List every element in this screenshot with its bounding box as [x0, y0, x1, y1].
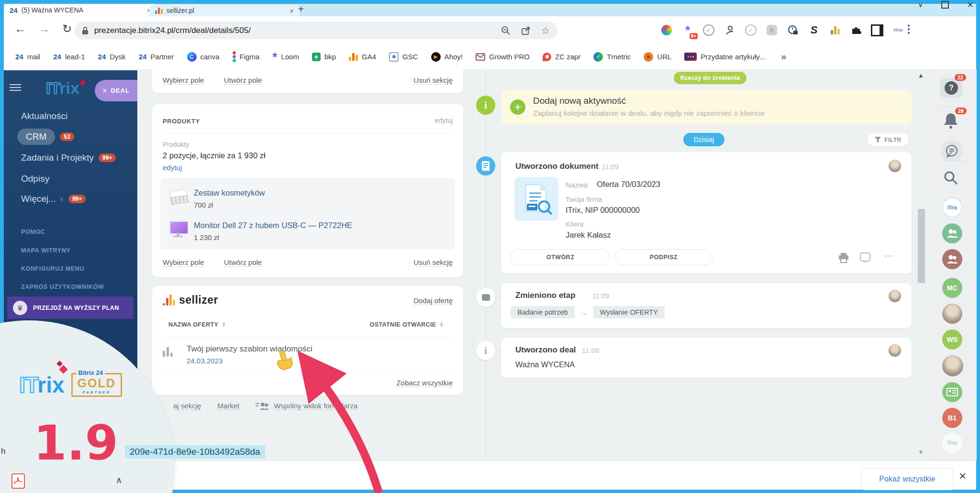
doc-name-value[interactable]: Oferta 70/03/2023 — [597, 180, 660, 189]
column-header-opened[interactable]: OSTATNIE OTWARCIE⇕ — [370, 321, 444, 328]
avatar[interactable] — [889, 290, 901, 302]
chat-button[interactable] — [941, 140, 963, 162]
url-text[interactable]: prezentacje.bitrix24.pl/crm/deal/details… — [94, 26, 501, 35]
sidebar-item-crm[interactable]: CRM 53 — [17, 129, 74, 145]
avatar-group-brown[interactable] — [942, 249, 962, 269]
comment-icon[interactable] — [860, 252, 870, 263]
window-chevron-icon[interactable]: ∨ — [918, 0, 923, 9]
share-icon[interactable] — [521, 26, 531, 35]
help-button[interactable]: ? 22 — [940, 78, 962, 98]
clock-lock-extension-icon[interactable] — [786, 23, 800, 37]
scroll-up-icon[interactable]: ▲ — [918, 72, 924, 79]
chip-close-icon[interactable]: × — [102, 87, 107, 95]
sidebar-item-zapros[interactable]: ZAPROŚ UŻYTKOWNIKÓW — [21, 284, 104, 290]
upgrade-plan-button[interactable]: ♛ PRZEJDŹ NA WYŻSZY PLAN — [7, 296, 134, 319]
forward-icon[interactable]: → — [38, 22, 50, 35]
sort-icon[interactable]: ⇕ — [439, 321, 444, 328]
tab-sellizer[interactable]: sellizer.pl × — [149, 5, 300, 16]
tab-close-icon[interactable]: × — [290, 7, 294, 15]
s-extension-icon[interactable]: S — [807, 23, 821, 37]
colorwheel-extension-icon[interactable] — [659, 23, 674, 37]
bookmark-ga4[interactable]: GA4 — [349, 53, 376, 61]
create-field-link[interactable]: Utwórz pole — [224, 258, 262, 267]
add-offer-link[interactable]: Dodaj ofertę — [413, 296, 453, 305]
product-name[interactable]: Monitor Dell 27 z hubem USB-C — P2722HE — [194, 221, 352, 230]
open-document-button[interactable]: OTWÓRZ — [511, 249, 610, 265]
bookmark-ahoy[interactable]: ▶Ahoy! — [431, 52, 463, 62]
tab-bitrix-deal[interactable]: 24 (5) Ważna WYCENA × — [4, 4, 157, 16]
bookmark-figma[interactable]: Figma — [233, 51, 260, 62]
bookmark-dysk[interactable]: 24Dysk — [98, 53, 126, 61]
pdf-file-icon[interactable] — [11, 473, 25, 489]
address-bar[interactable]: prezentacje.bitrix24.pl/crm/deal/details… — [74, 22, 557, 39]
remove-section-link[interactable]: Usuń sekcję — [413, 258, 453, 267]
avatar-itrix-faint[interactable]: ITrix — [942, 433, 962, 453]
new-tab-button[interactable]: + — [298, 4, 304, 15]
bookmark-growth-pro[interactable]: Growth PRO — [476, 53, 530, 61]
bookmark-mail[interactable]: 24mail — [15, 53, 40, 61]
add-activity-plus-icon[interactable]: + — [510, 99, 525, 115]
selected-uuid-text[interactable]: 209e-471d-8e9e-10b3492a58da — [125, 445, 265, 459]
sidebar-item-pomoc[interactable]: POMOC — [21, 229, 45, 235]
avatar-photo[interactable] — [942, 355, 963, 376]
back-icon[interactable]: ← — [14, 22, 26, 35]
notifications-button[interactable]: 28 — [943, 111, 962, 131]
bookmark-bkp[interactable]: +bkp — [312, 53, 336, 61]
bookmark-przydatne[interactable]: Przydatne artykuły... — [684, 53, 765, 61]
sidebar-item-wiecej[interactable]: Więcej...∨99+ — [21, 194, 86, 204]
zoom-icon[interactable] — [501, 26, 511, 35]
sign-document-button[interactable]: PODPISZ — [615, 249, 713, 265]
bookmark-partner[interactable]: 24Partner — [139, 53, 174, 61]
bookmark-gsc[interactable]: GSC — [389, 52, 418, 62]
bookmark-star-icon[interactable]: ☆ — [541, 25, 550, 36]
search-button[interactable] — [944, 171, 958, 187]
filter-button[interactable]: FILTR — [868, 133, 909, 146]
sidebar-item-aktualnosci[interactable]: Aktualności — [21, 111, 67, 121]
remove-section-link[interactable]: Usuń sekcję — [413, 76, 453, 85]
person-extension-icon[interactable] — [723, 23, 737, 37]
avatar[interactable] — [889, 344, 901, 357]
avatar-initials[interactable]: WS — [942, 329, 962, 350]
deal-chip[interactable]: × DEAL — [95, 80, 137, 101]
burst-extension-icon[interactable]: *9+ — [680, 23, 695, 37]
doc-client-value[interactable]: Jarek Kałasz — [566, 230, 611, 240]
print-icon[interactable] — [838, 252, 849, 263]
sidebar-extension-icon[interactable] — [870, 23, 884, 37]
sidebar-item-odpisy[interactable]: Odpisy — [21, 174, 49, 184]
add-activity-title[interactable]: Dodaj nową aktywność — [533, 96, 626, 106]
show-all-button[interactable]: Pokaż wszystkie — [861, 468, 953, 490]
scroll-down-icon[interactable]: ▼ — [918, 449, 924, 456]
chrome-menu-icon[interactable]: ⋮ — [903, 23, 914, 35]
check-extension-icon[interactable]: ✓ — [702, 23, 716, 37]
hamburger-menu-icon[interactable] — [10, 82, 21, 93]
bookmark-url[interactable]: URL — [644, 52, 671, 62]
bookmark-zc-zapr[interactable]: ZC zapr — [543, 53, 580, 61]
sidebar-item-mapa-witryny[interactable]: MAPA WITRYNY — [21, 247, 70, 254]
document-thumbnail[interactable] — [514, 177, 558, 221]
reload-icon[interactable]: ↻ — [62, 22, 72, 35]
avatar-itrix[interactable]: ITrix — [942, 197, 962, 218]
bookmarks-overflow-icon[interactable]: » — [781, 51, 786, 62]
bookmark-canva[interactable]: Ccanva — [187, 52, 220, 62]
window-maximize-icon[interactable] — [941, 1, 949, 9]
sort-icon[interactable]: ⇕ — [221, 321, 226, 328]
bookmark-tmetric[interactable]: ✓Tmetric — [593, 52, 631, 62]
panel-close-icon[interactable]: × — [959, 469, 966, 483]
create-field-link[interactable]: Utwórz pole — [224, 76, 262, 85]
market-link[interactable]: Market — [217, 402, 239, 410]
collapse-caret-icon[interactable]: ∧ — [116, 475, 122, 485]
products-edit-header[interactable]: edytuj — [435, 117, 453, 124]
avatar-photo[interactable] — [942, 304, 962, 324]
window-close-icon[interactable]: × — [967, 0, 973, 11]
see-all-link[interactable]: Zobacz wszystkie — [396, 379, 453, 387]
scrollbar-thumb[interactable] — [918, 209, 925, 283]
add-section-link[interactable]: aj sekcję — [173, 402, 201, 410]
sidebar-item-konfiguruj-menu[interactable]: KONFIGURUJ MENU — [21, 265, 84, 272]
avatar-initials[interactable]: B1 — [942, 408, 962, 428]
h-extension-icon[interactable]: h — [765, 23, 779, 37]
puzzle-extension-icon[interactable] — [849, 23, 863, 37]
sidebar-item-zadania[interactable]: Zadania i Projekty99+ — [21, 153, 116, 163]
products-edit-link[interactable]: edytuj — [163, 164, 182, 172]
bars-extension-icon[interactable] — [828, 23, 842, 37]
activity-banner[interactable]: + Dodaj nową aktywność Zaplanuj kolejne … — [501, 90, 912, 124]
